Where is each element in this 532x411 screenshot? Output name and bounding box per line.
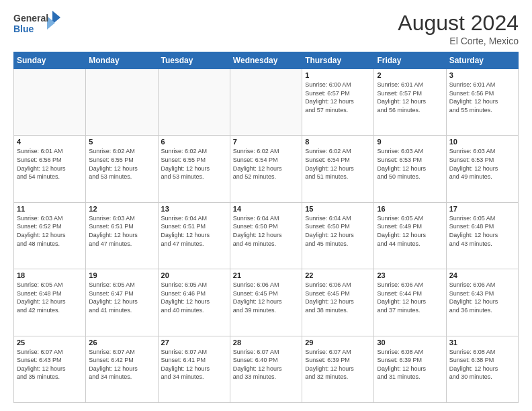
day-header-friday: Friday [374,52,446,69]
cell-info: Sunrise: 6:08 AM Sunset: 6:38 PM Dayligh… [449,348,515,381]
calendar-cell: 29Sunrise: 6:07 AM Sunset: 6:39 PM Dayli… [302,336,374,402]
cell-date: 3 [449,71,515,79]
calendar-table: SundayMondayTuesdayWednesdayThursdayFrid… [13,52,519,403]
title-block: August 2024 El Corte, Mexico [398,11,519,46]
cell-date: 19 [89,271,154,279]
calendar-cell [158,69,230,136]
cell-info: Sunrise: 6:07 AM Sunset: 6:42 PM Dayligh… [89,348,154,381]
cell-date: 21 [233,271,299,279]
cell-info: Sunrise: 6:03 AM Sunset: 6:53 PM Dayligh… [377,147,443,181]
cell-info: Sunrise: 6:01 AM Sunset: 6:57 PM Dayligh… [377,81,443,114]
calendar-cell: 26Sunrise: 6:07 AM Sunset: 6:42 PM Dayli… [86,336,158,402]
cell-date: 10 [449,138,515,146]
logo: GeneralBlue [13,11,67,36]
logo-svg: GeneralBlue [13,11,67,36]
calendar-cell: 31Sunrise: 6:08 AM Sunset: 6:38 PM Dayli… [446,336,518,402]
calendar-week-1: 1Sunrise: 6:00 AM Sunset: 6:57 PM Daylig… [14,69,519,136]
cell-info: Sunrise: 6:04 AM Sunset: 6:51 PM Dayligh… [161,214,227,248]
calendar-cell: 9Sunrise: 6:03 AM Sunset: 6:53 PM Daylig… [374,136,446,202]
calendar-cell: 12Sunrise: 6:03 AM Sunset: 6:51 PM Dayli… [86,202,158,269]
calendar-cell: 3Sunrise: 6:01 AM Sunset: 6:56 PM Daylig… [446,69,518,136]
cell-date: 24 [449,271,515,279]
cell-date: 6 [161,138,227,146]
location: El Corte, Mexico [398,36,519,46]
cell-info: Sunrise: 6:08 AM Sunset: 6:39 PM Dayligh… [377,348,443,381]
calendar-cell: 13Sunrise: 6:04 AM Sunset: 6:51 PM Dayli… [158,202,230,269]
calendar-cell: 22Sunrise: 6:06 AM Sunset: 6:45 PM Dayli… [302,269,374,336]
day-header-tuesday: Tuesday [158,52,230,69]
cell-info: Sunrise: 6:04 AM Sunset: 6:50 PM Dayligh… [305,214,371,248]
cell-info: Sunrise: 6:03 AM Sunset: 6:52 PM Dayligh… [17,214,83,248]
calendar-header-row: SundayMondayTuesdayWednesdayThursdayFrid… [14,52,519,69]
calendar-cell: 11Sunrise: 6:03 AM Sunset: 6:52 PM Dayli… [14,202,86,269]
cell-date: 26 [89,338,154,347]
cell-date: 31 [449,338,515,347]
calendar-cell: 16Sunrise: 6:05 AM Sunset: 6:49 PM Dayli… [374,202,446,269]
month-year: August 2024 [398,11,519,36]
calendar-cell: 25Sunrise: 6:07 AM Sunset: 6:43 PM Dayli… [14,336,86,402]
day-header-thursday: Thursday [302,52,374,69]
cell-info: Sunrise: 6:06 AM Sunset: 6:44 PM Dayligh… [377,281,443,314]
svg-text:General: General [13,13,48,24]
cell-date: 1 [305,71,371,79]
cell-date: 9 [377,138,443,146]
cell-date: 5 [89,138,154,146]
cell-info: Sunrise: 6:06 AM Sunset: 6:43 PM Dayligh… [449,281,515,314]
cell-date: 30 [377,338,443,347]
cell-date: 25 [17,338,83,347]
cell-info: Sunrise: 6:05 AM Sunset: 6:46 PM Dayligh… [161,281,227,314]
cell-date: 20 [161,271,227,279]
svg-text:Blue: Blue [13,24,34,34]
calendar-cell: 17Sunrise: 6:05 AM Sunset: 6:48 PM Dayli… [446,202,518,269]
cell-info: Sunrise: 6:00 AM Sunset: 6:57 PM Dayligh… [305,81,371,114]
calendar-cell: 10Sunrise: 6:03 AM Sunset: 6:53 PM Dayli… [446,136,518,202]
cell-date: 28 [233,338,299,347]
calendar-cell: 27Sunrise: 6:07 AM Sunset: 6:41 PM Dayli… [158,336,230,402]
cell-info: Sunrise: 6:06 AM Sunset: 6:45 PM Dayligh… [305,281,371,314]
cell-date: 27 [161,338,227,347]
cell-info: Sunrise: 6:07 AM Sunset: 6:39 PM Dayligh… [305,348,371,381]
day-header-saturday: Saturday [446,52,518,69]
calendar-cell: 1Sunrise: 6:00 AM Sunset: 6:57 PM Daylig… [302,69,374,136]
cell-info: Sunrise: 6:04 AM Sunset: 6:50 PM Dayligh… [233,214,299,248]
cell-info: Sunrise: 6:01 AM Sunset: 6:56 PM Dayligh… [17,147,83,181]
cell-info: Sunrise: 6:02 AM Sunset: 6:54 PM Dayligh… [233,147,299,181]
cell-info: Sunrise: 6:02 AM Sunset: 6:55 PM Dayligh… [161,147,227,181]
cell-date: 16 [377,205,443,213]
cell-info: Sunrise: 6:03 AM Sunset: 6:51 PM Dayligh… [89,214,154,248]
cell-info: Sunrise: 6:05 AM Sunset: 6:49 PM Dayligh… [377,214,443,248]
cell-date: 29 [305,338,371,347]
day-header-monday: Monday [86,52,158,69]
cell-date: 14 [233,205,299,213]
calendar-cell: 15Sunrise: 6:04 AM Sunset: 6:50 PM Dayli… [302,202,374,269]
cell-info: Sunrise: 6:02 AM Sunset: 6:54 PM Dayligh… [305,147,371,181]
calendar-week-5: 25Sunrise: 6:07 AM Sunset: 6:43 PM Dayli… [14,336,519,402]
header: GeneralBlue August 2024 El Corte, Mexico [13,11,519,46]
cell-date: 2 [377,71,443,79]
calendar-cell: 14Sunrise: 6:04 AM Sunset: 6:50 PM Dayli… [230,202,302,269]
calendar-cell: 19Sunrise: 6:05 AM Sunset: 6:47 PM Dayli… [86,269,158,336]
cell-date: 17 [449,205,515,213]
cell-info: Sunrise: 6:05 AM Sunset: 6:47 PM Dayligh… [89,281,154,314]
cell-date: 4 [17,138,83,146]
calendar-cell: 6Sunrise: 6:02 AM Sunset: 6:55 PM Daylig… [158,136,230,202]
cell-info: Sunrise: 6:07 AM Sunset: 6:41 PM Dayligh… [161,348,227,381]
cell-info: Sunrise: 6:03 AM Sunset: 6:53 PM Dayligh… [449,147,515,181]
calendar-cell [86,69,158,136]
cell-date: 7 [233,138,299,146]
calendar-cell: 24Sunrise: 6:06 AM Sunset: 6:43 PM Dayli… [446,269,518,336]
calendar-cell [14,69,86,136]
cell-date: 8 [305,138,371,146]
cell-date: 23 [377,271,443,279]
calendar-cell: 4Sunrise: 6:01 AM Sunset: 6:56 PM Daylig… [14,136,86,202]
calendar-cell: 5Sunrise: 6:02 AM Sunset: 6:55 PM Daylig… [86,136,158,202]
calendar-cell: 20Sunrise: 6:05 AM Sunset: 6:46 PM Dayli… [158,269,230,336]
cell-date: 22 [305,271,371,279]
cell-date: 18 [17,271,83,279]
cell-info: Sunrise: 6:05 AM Sunset: 6:48 PM Dayligh… [17,281,83,314]
calendar-cell: 18Sunrise: 6:05 AM Sunset: 6:48 PM Dayli… [14,269,86,336]
calendar-cell: 21Sunrise: 6:06 AM Sunset: 6:45 PM Dayli… [230,269,302,336]
cell-info: Sunrise: 6:05 AM Sunset: 6:48 PM Dayligh… [449,214,515,248]
cell-info: Sunrise: 6:07 AM Sunset: 6:40 PM Dayligh… [233,348,299,381]
calendar-cell: 8Sunrise: 6:02 AM Sunset: 6:54 PM Daylig… [302,136,374,202]
